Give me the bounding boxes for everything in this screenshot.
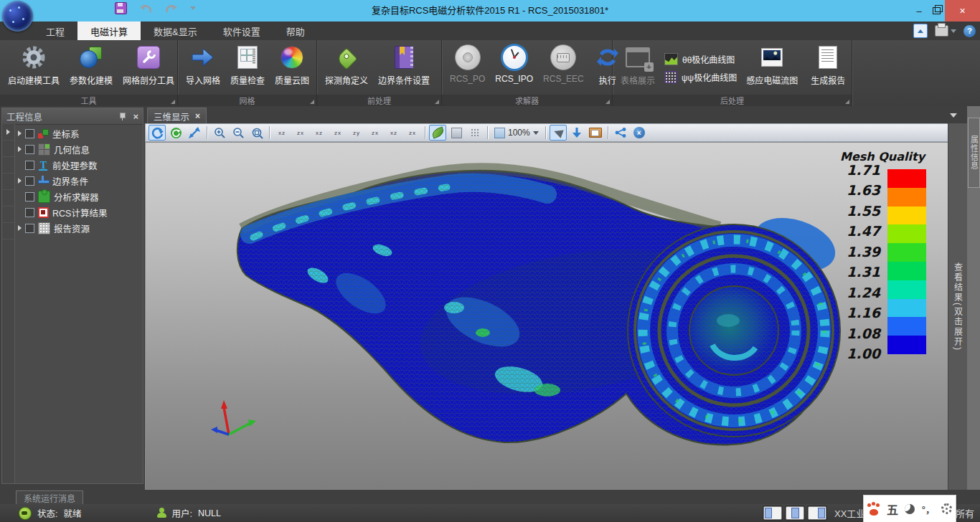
layout-right-button[interactable] <box>808 506 826 520</box>
checkbox[interactable] <box>25 161 34 170</box>
application-window: 复杂目标RCS电磁分析软件2015 R1 - RCS_2015031801* –… <box>0 0 980 522</box>
tree-item-report-resources[interactable]: 报告资源 <box>15 220 143 236</box>
quality-check-button[interactable]: 质量检查 <box>225 42 270 95</box>
checkbox[interactable] <box>25 145 34 154</box>
zoom-fit-button[interactable] <box>248 125 265 141</box>
view-iso3-button[interactable]: zx <box>404 125 421 140</box>
tab-software-settings[interactable]: 软件设置 <box>210 22 273 40</box>
tab-project[interactable]: 工程 <box>33 22 77 40</box>
dialog-launcher-icon[interactable] <box>606 100 610 104</box>
gutter-arrow-icon[interactable] <box>6 129 10 135</box>
import-mesh-button[interactable]: 导入网格 <box>181 42 225 95</box>
rcs-ipo-button[interactable]: RCS_IPO <box>490 42 538 95</box>
dialog-launcher-icon[interactable] <box>310 100 314 104</box>
tab-property-info[interactable]: 属性信息 <box>968 118 980 188</box>
restore-button[interactable] <box>928 0 945 22</box>
pin-icon[interactable] <box>118 112 126 120</box>
cancel-operation-button[interactable]: × <box>631 125 648 141</box>
tree-item-coordinate-system[interactable]: 坐标系 <box>15 125 143 141</box>
launch-modeling-tool-button[interactable]: 启动建模工具 <box>3 42 65 95</box>
checkbox[interactable] <box>25 176 34 186</box>
orbit-rotate-button[interactable] <box>149 125 166 141</box>
boundary-condition-button[interactable]: 边界条件设置 <box>373 42 435 95</box>
sync-view-button[interactable] <box>167 125 184 141</box>
tree-item-boundary-conditions[interactable]: 边界条件 <box>15 173 143 189</box>
tab-em-computation[interactable]: 电磁计算 <box>77 22 141 40</box>
zoom-out-button[interactable] <box>230 125 247 141</box>
view-results-strip[interactable]: 查看结果(双击展开) <box>948 123 967 490</box>
view-xz-button[interactable]: xz <box>273 125 291 140</box>
share-view-button[interactable] <box>612 125 629 141</box>
text-param-icon: T <box>38 160 49 171</box>
tree-item-rcs-results[interactable]: RCS计算结果 <box>15 204 143 220</box>
tab-system-messages[interactable]: 系统运行消息 <box>16 490 83 505</box>
dialog-launcher-icon[interactable] <box>845 100 849 104</box>
view-zx-button[interactable]: zx <box>292 125 309 140</box>
minimize-button[interactable]: – <box>910 0 928 22</box>
tab-3d-display[interactable]: 三维显示 × <box>147 108 207 124</box>
copyright-text: XX工业 <box>834 506 865 520</box>
mesh-partition-tool-button[interactable]: 网格剖分工具 <box>118 42 179 95</box>
pan-button[interactable] <box>186 125 203 141</box>
ime-toolbar: 五 °， <box>863 495 956 522</box>
tab-help[interactable]: 帮助 <box>273 22 318 40</box>
tree-item-analysis-solver[interactable]: 分析求解器 <box>15 189 143 204</box>
view-zy-button[interactable]: zy <box>348 125 365 140</box>
view-xz2-button[interactable]: xz <box>311 125 328 140</box>
ime-wubi-button[interactable]: 五 <box>887 500 898 518</box>
tab-close-icon[interactable]: × <box>195 111 200 121</box>
snapshot-folder-button[interactable] <box>587 125 604 141</box>
theta-polarization-curve-button[interactable]: θθ极化曲线图 <box>664 53 737 65</box>
tab-data-display[interactable]: 数据&显示 <box>141 22 210 40</box>
select-region-button[interactable] <box>550 125 567 141</box>
report-doc-icon <box>819 46 837 69</box>
generate-report-button[interactable]: 生成报告 <box>806 42 850 95</box>
tree-item-geometry-info[interactable]: 几何信息 <box>15 141 143 157</box>
ime-punctuation-button[interactable]: °， <box>922 502 935 516</box>
checkbox[interactable] <box>25 192 34 201</box>
layout-middle-button[interactable] <box>786 506 804 520</box>
dialog-launcher-icon[interactable] <box>435 100 439 104</box>
checkbox[interactable] <box>25 208 34 217</box>
app-logo-icon[interactable] <box>2 1 33 32</box>
points-view-button[interactable] <box>466 125 484 141</box>
rcs-po-button[interactable]: RCS_PO <box>445 42 490 95</box>
device-menu-button[interactable] <box>935 25 956 37</box>
view-zx2-button[interactable]: zx <box>329 125 347 140</box>
expand-arrow-icon[interactable] <box>18 225 22 231</box>
ime-fullhalf-icon[interactable] <box>905 504 915 514</box>
close-button[interactable]: × <box>945 0 980 22</box>
zoom-level-combo[interactable]: 100% <box>491 128 542 138</box>
probe-angle-button[interactable]: 探测角定义 <box>320 42 373 95</box>
dialog-launcher-icon[interactable] <box>171 100 175 104</box>
user-value: NULL <box>198 508 221 518</box>
layout-left-button[interactable] <box>763 506 782 520</box>
checkbox[interactable] <box>25 224 34 233</box>
help-button[interactable]: ? <box>963 25 976 37</box>
view-iso1-button[interactable]: zx <box>367 125 384 140</box>
expand-arrow-icon[interactable] <box>18 146 22 152</box>
model-hub <box>628 224 840 437</box>
group-label: 网格 <box>240 95 255 106</box>
table-display-button[interactable]: 表格展示 <box>616 42 660 95</box>
tab-list-dropdown-icon[interactable] <box>950 113 957 118</box>
shaded-view-button[interactable] <box>429 125 446 141</box>
induced-current-map-button[interactable]: 感应电磁流图 <box>741 42 803 95</box>
parametric-modeling-button[interactable]: 参数化建模 <box>65 42 118 95</box>
panel-close-icon[interactable]: × <box>133 111 138 122</box>
3d-canvas[interactable]: Mesh Quality 1.71 1.63 1.55 1.47 1.39 1.… <box>145 142 948 490</box>
quality-contour-button[interactable]: 质量云图 <box>270 42 314 95</box>
psi-polarization-curve-button[interactable]: ψψ极化曲线图 <box>664 71 737 83</box>
zoom-in-button[interactable] <box>211 125 228 141</box>
expand-arrow-icon[interactable] <box>18 130 22 136</box>
tree-item-preprocess-params[interactable]: T 前处理参数 <box>15 157 143 173</box>
wireframe-view-button[interactable] <box>448 125 465 141</box>
view-iso2-button[interactable]: xz <box>385 125 402 140</box>
capture-down-button[interactable] <box>568 125 585 141</box>
checkbox[interactable] <box>25 129 34 138</box>
expand-arrow-icon[interactable] <box>18 178 22 184</box>
ime-settings-icon[interactable] <box>941 503 952 514</box>
ime-logo-icon[interactable] <box>867 503 880 516</box>
rcs-eec-button[interactable]: RCS_EEC <box>538 42 589 95</box>
collapse-ribbon-button[interactable] <box>913 24 928 38</box>
